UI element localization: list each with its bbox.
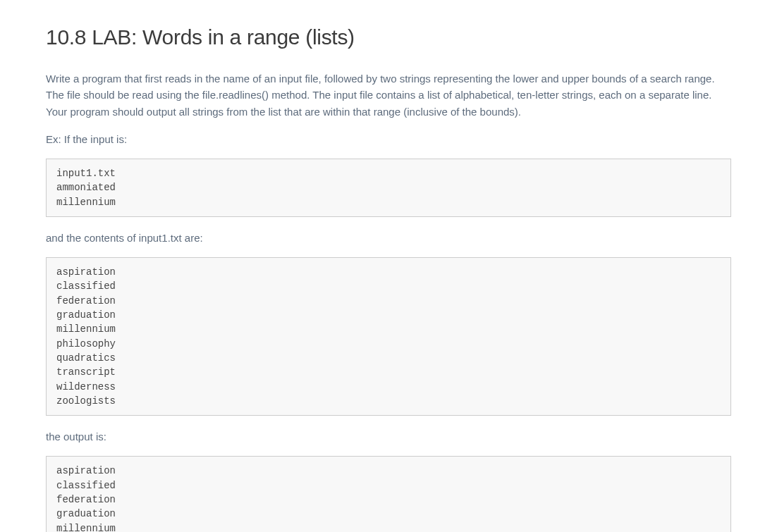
file-contents-label: and the contents of input1.txt are: bbox=[46, 230, 731, 246]
file-contents-block: aspiration classified federation graduat… bbox=[46, 257, 731, 416]
lab-description: Write a program that first reads in the … bbox=[46, 70, 731, 120]
example-input-label: Ex: If the input is: bbox=[46, 131, 731, 147]
output-label: the output is: bbox=[46, 428, 731, 445]
lab-title: 10.8 LAB: Words in a range (lists) bbox=[46, 21, 731, 53]
example-input-block: input1.txt ammoniated millennium bbox=[46, 159, 731, 217]
example-output-block: aspiration classified federation graduat… bbox=[46, 456, 731, 532]
